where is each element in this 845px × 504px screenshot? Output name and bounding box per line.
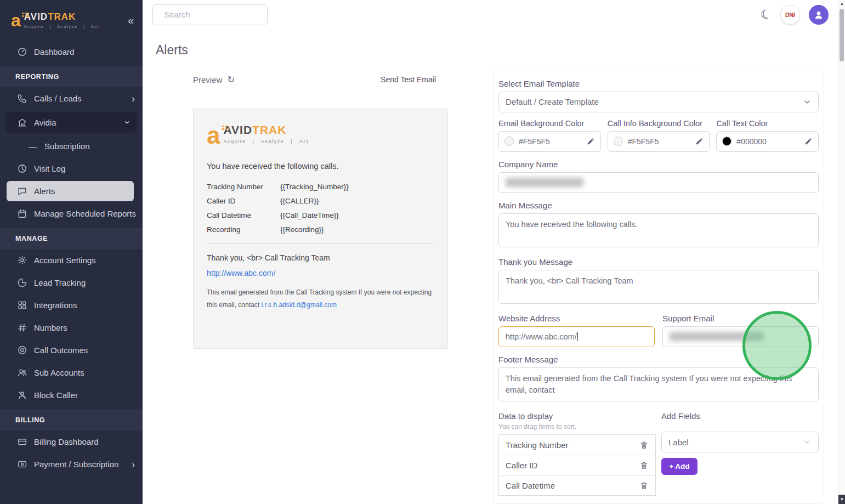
chevron-right-icon: › [132,94,135,104]
sidebar-item-manage-scheduled-reports[interactable]: Manage Scheduled Reports [0,202,143,225]
website-address-input[interactable]: http://www.abc.com/ [498,326,655,347]
sidebar-item-label: Payment / Subscription [34,460,118,469]
search-input[interactable] [164,10,273,19]
sidebar-item-calls-leads[interactable]: Calls / Leads › [0,87,143,110]
data-field-row[interactable]: Call Datetime [498,475,656,496]
topbar: ☾ DNI [143,0,845,30]
add-field-button[interactable]: + Add [661,458,697,475]
sidebar-item-block-caller[interactable]: Block Caller [0,384,143,406]
preview-brand-logo: a AVIDTRAK Acquire | Analyze | Act [207,123,434,148]
scroll-down-arrow-icon[interactable]: ▼ [838,495,845,504]
sidebar-item-label: Lead Tracking [34,278,86,287]
scroll-up-arrow-icon[interactable]: ▲ [838,1,845,6]
color-swatch [722,137,731,146]
email-preview-card: a AVIDTRAK Acquire | Analyze | Act You h… [193,109,448,349]
search-box [152,4,268,25]
dashboard-icon [16,47,27,58]
hash-icon [16,322,27,333]
trash-icon[interactable] [639,481,649,490]
template-select[interactable]: Default / Create Template [498,92,819,112]
sidebar-item-visit-log[interactable]: Visit Log [0,157,143,180]
footer-message-label: Footer Message [498,355,819,364]
sidebar-item-avidia[interactable]: Avidia › [5,112,137,133]
trash-icon[interactable] [639,440,649,450]
main-message-label: Main Message [498,201,819,210]
preview-column: Preview ↻ Send Test Email a AVIDTRAK [193,67,448,349]
main-message-textarea[interactable]: You have received the following calls. [498,213,819,247]
support-email-input[interactable] [662,326,819,347]
divider [207,243,434,243]
chevron-down-icon [803,98,812,106]
trash-icon[interactable] [639,461,649,470]
sidebar-section-billing: BILLING [0,410,143,431]
refresh-icon[interactable]: ↻ [227,74,235,86]
footer-message-textarea[interactable]: This email generated from the Call Track… [498,367,819,401]
sidebar-item-label: Integrations [34,301,77,310]
email-bg-color-picker[interactable]: #F5F5F5 [498,131,601,152]
sidebar-item-integrations[interactable]: Integrations [0,294,143,316]
email-template-form: Select Email Template Default / Create T… [493,71,824,504]
sidebar-item-lead-tracking[interactable]: Lead Tracking [0,271,143,294]
thank-you-message-textarea[interactable]: Thank you, <br> Call Tracking Team [498,270,819,304]
call-text-color-label: Call Text Color [716,119,819,128]
sidebar-item-billing-dashboard[interactable]: Billing Dashboard [0,431,143,453]
sidebar-item-label: Call Outcomes [34,346,88,355]
preview-row: Recording {{Recording}} [207,225,434,234]
sidebar-item-label: Dashboard [34,47,74,56]
field-label-select[interactable]: Label [661,432,819,452]
gear-icon [16,255,27,266]
pencil-icon[interactable] [695,137,704,145]
call-info-bg-color-picker[interactable]: #F5F5F5 [608,131,710,152]
pencil-icon[interactable] [587,137,595,145]
brand-name-secondary: TRAK [48,12,76,22]
sidebar-item-subscription[interactable]: — Subscription [0,135,143,157]
user-block-icon [16,390,27,401]
call-text-color-picker[interactable]: #000000 [716,131,819,152]
building-icon [16,117,27,128]
redacted-value [670,332,764,341]
company-name-input[interactable] [498,172,819,193]
send-test-email-button[interactable]: Send Test Email [381,75,436,84]
sidebar-item-label: Sub Accounts [34,368,84,377]
chevron-down-icon [803,438,812,446]
pie-slice-icon [16,278,27,288]
page-scrollbar[interactable]: ▲ ▼ [838,0,845,504]
sidebar-item-sub-accounts[interactable]: Sub Accounts [0,361,143,384]
sidebar-item-alerts[interactable]: Alerts [7,181,134,201]
sidebar-item-label: Block Caller [34,390,78,400]
dark-mode-toggle-moon-icon[interactable]: ☾ [759,7,773,23]
preview-footer-email-link[interactable]: i.r.s.h.adsid.d@gmail.com [261,301,337,309]
brand-mark-icon: a [11,12,21,29]
pencil-icon[interactable] [804,137,813,145]
dni-badge[interactable]: DNI [780,5,800,25]
color-swatch [614,137,623,146]
grid-icon [16,300,27,311]
sidebar-item-payment-subscription[interactable]: Payment / Subscription › [0,453,143,475]
sidebar-item-account-settings[interactable]: Account Settings [0,249,143,271]
person-icon [813,9,825,21]
phone-icon [16,93,27,104]
dash-icon: — [29,141,37,151]
preview-website-link[interactable]: http://www.abc.com/ [207,269,434,278]
data-to-display-label: Data to display [498,411,656,421]
main-area: ☾ DNI Alerts Preview ↻ Send Test Email [143,0,845,504]
sidebar-item-call-outcomes[interactable]: Call Outcomes [0,339,143,361]
scrollbar-thumb[interactable] [840,9,844,61]
sidebar-item-label: Avidia [34,118,56,127]
sidebar-item-dashboard[interactable]: Dashboard [0,41,143,63]
data-field-row[interactable]: Caller ID [498,455,656,475]
brand-tagline: Acquire | Analyze | Act [24,24,126,29]
user-avatar[interactable] [809,5,829,25]
sidebar-item-numbers[interactable]: Numbers [0,316,143,339]
app-root: a AVIDTRAK Acquire | Analyze | Act « Das… [0,0,845,504]
sidebar-item-label: Visit Log [34,164,65,173]
add-fields-label: Add Fields [661,411,819,421]
sidebar-section-manage: MANAGE [0,228,143,249]
sidebar-collapse-icon[interactable]: « [126,14,136,27]
data-field-row[interactable]: Tracking Number [498,434,656,455]
preview-row: Call Datetime {{Call_DateTime}} [207,211,434,219]
color-swatch [504,137,514,146]
sidebar-item-label: Subscription [44,141,90,151]
preview-row: Caller ID {{CALLER}} [207,197,434,205]
redacted-value [506,178,583,187]
